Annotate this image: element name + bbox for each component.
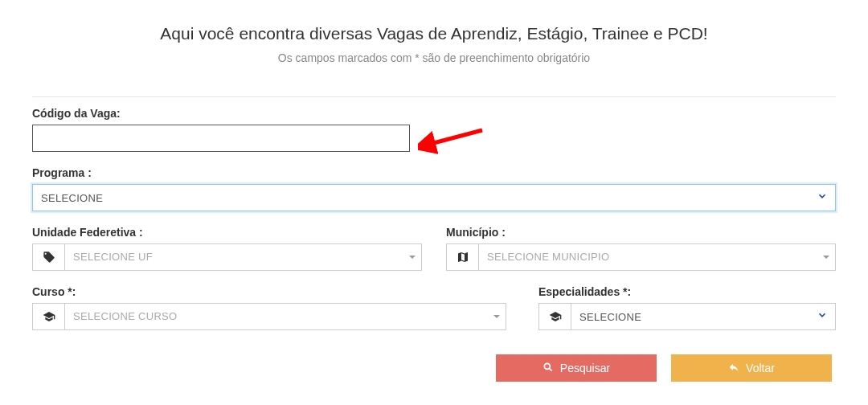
search-button[interactable]: Pesquisar <box>496 354 657 382</box>
reply-icon <box>728 362 739 375</box>
curso-select[interactable]: SELECIONE CURSO <box>64 303 506 330</box>
svg-point-0 <box>544 363 550 369</box>
search-button-label: Pesquisar <box>560 362 610 374</box>
uf-select[interactable]: SELECIONE UF <box>64 243 422 271</box>
uf-label: Unidade Federetiva : <box>32 226 422 239</box>
graduation-cap-icon <box>32 303 64 330</box>
search-icon <box>542 362 554 375</box>
codigo-label: Código da Vaga: <box>32 107 410 120</box>
especialidades-select[interactable]: SELECIONE <box>571 303 836 330</box>
programa-select[interactable]: SELECIONE <box>32 184 836 211</box>
map-icon <box>446 243 478 271</box>
municipio-select[interactable]: SELECIONE MUNICIPIO <box>478 243 836 271</box>
graduation-cap-icon <box>538 303 571 330</box>
municipio-label: Município : <box>446 226 836 239</box>
programa-label: Programa : <box>32 166 836 179</box>
page-subtitle: Os campos marcados com * são de preenchi… <box>32 51 836 64</box>
codigo-input[interactable] <box>32 125 410 152</box>
back-button[interactable]: Voltar <box>671 354 832 382</box>
especialidades-label: Especialidades *: <box>538 285 836 298</box>
svg-line-1 <box>549 368 551 370</box>
page-title: Aqui você encontra diversas Vagas de Apr… <box>32 24 836 43</box>
curso-label: Curso *: <box>32 285 506 298</box>
divider <box>32 96 836 97</box>
form-header: Aqui você encontra diversas Vagas de Apr… <box>32 24 836 64</box>
back-button-label: Voltar <box>746 362 775 374</box>
tag-icon <box>32 243 64 271</box>
